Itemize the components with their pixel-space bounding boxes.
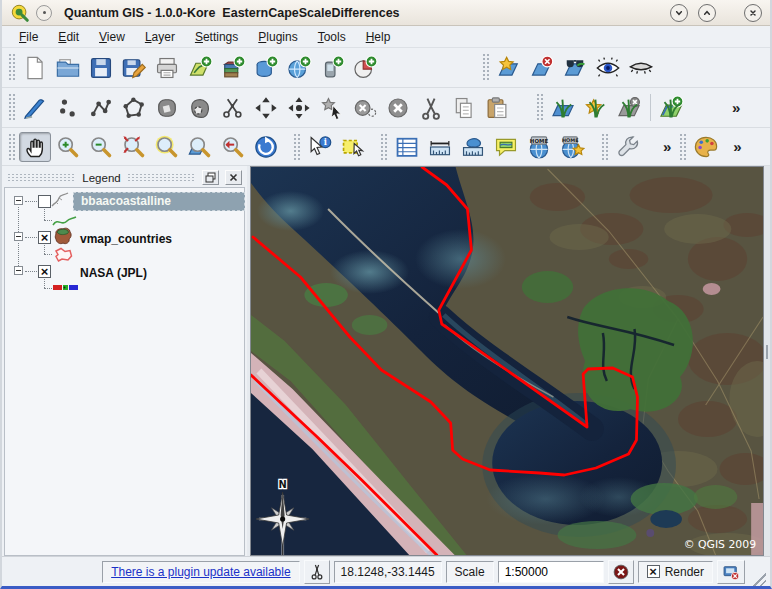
stop-rendering-button[interactable] xyxy=(608,560,634,584)
menu-tools[interactable]: Tools xyxy=(309,28,355,46)
checkbox-vmap-countries[interactable]: × xyxy=(38,231,51,244)
show-bookmarks-button[interactable] xyxy=(523,132,555,162)
legend-header[interactable]: Legend xyxy=(4,168,245,187)
grass-open-mapset-button[interactable] xyxy=(547,93,579,123)
toolbar-handle[interactable] xyxy=(293,133,300,160)
cut-features-button[interactable] xyxy=(415,93,447,123)
menu-settings[interactable]: Settings xyxy=(186,28,247,46)
add-raster-layer-button[interactable] xyxy=(217,53,249,83)
capture-polygon-button[interactable] xyxy=(118,93,150,123)
toolbar-handle[interactable] xyxy=(601,133,608,160)
delete-vertex-button[interactable] xyxy=(316,93,348,123)
menu-plugins[interactable]: Plugins xyxy=(249,28,306,46)
expander-nasa-jpl[interactable] xyxy=(14,266,23,275)
toolbar-handle[interactable] xyxy=(8,133,15,160)
pan-map-button[interactable] xyxy=(19,132,51,162)
add-gps-layer-button[interactable] xyxy=(316,53,348,83)
add-ring-button[interactable] xyxy=(184,93,216,123)
save-project-button[interactable] xyxy=(85,53,117,83)
add-to-overview-button[interactable] xyxy=(559,53,591,83)
zoom-in-button[interactable] xyxy=(52,132,84,162)
window-resize-grip[interactable] xyxy=(751,571,766,586)
expander-vmap-countries[interactable] xyxy=(14,232,23,241)
zoom-to-layer-button[interactable] xyxy=(184,132,216,162)
grass-new-mapset-button[interactable] xyxy=(580,93,612,123)
render-toggle[interactable]: ×Render xyxy=(638,561,713,583)
checkbox-nasa-jpl[interactable]: × xyxy=(38,265,51,278)
symbol-rgb-colorbar[interactable] xyxy=(51,281,81,293)
save-project-as-button[interactable] xyxy=(118,53,150,83)
capture-point-button[interactable] xyxy=(52,93,84,123)
toolbar-extend-button[interactable]: » xyxy=(728,99,744,116)
symbol-red-outline-polygon[interactable] xyxy=(51,246,77,264)
delete-selected-button[interactable] xyxy=(382,93,414,123)
add-postgis-layer-button[interactable] xyxy=(250,53,282,83)
new-vector-layer-button[interactable] xyxy=(493,53,525,83)
zoom-to-selection-button[interactable] xyxy=(151,132,183,162)
move-vertex-button[interactable] xyxy=(250,93,282,123)
toolbar-handle[interactable] xyxy=(8,53,15,82)
select-features-button[interactable] xyxy=(337,132,369,162)
menu-layer[interactable]: Layer xyxy=(136,28,184,46)
toggle-editing-button[interactable] xyxy=(19,93,51,123)
print-composer-button[interactable] xyxy=(151,53,183,83)
add-wfs-layer-button[interactable] xyxy=(349,53,381,83)
node-tool-button[interactable] xyxy=(283,93,315,123)
remove-layer-button[interactable] xyxy=(526,53,558,83)
add-vector-layer-button[interactable] xyxy=(184,53,216,83)
menu-view[interactable]: View xyxy=(90,28,134,46)
show-all-layers-button[interactable] xyxy=(592,53,624,83)
toggle-mouse-position-button[interactable] xyxy=(304,560,330,584)
copy-features-button[interactable] xyxy=(448,93,480,123)
split-features-button[interactable] xyxy=(217,93,249,123)
measure-area-button[interactable] xyxy=(457,132,489,162)
menu-help[interactable]: Help xyxy=(357,28,400,46)
capture-line-button[interactable] xyxy=(85,93,117,123)
projection-status-button[interactable] xyxy=(717,560,745,584)
layer-item-vmap-countries[interactable]: vmap_countries xyxy=(80,232,172,246)
zoom-last-button[interactable] xyxy=(217,132,249,162)
minimize-button[interactable] xyxy=(670,4,688,22)
layer-item-nasa-jpl[interactable]: NASA (JPL) xyxy=(80,266,147,280)
legend-float-button[interactable] xyxy=(202,170,219,185)
toolbar-handle[interactable] xyxy=(679,133,686,160)
paste-features-button[interactable] xyxy=(481,93,513,123)
open-project-button[interactable] xyxy=(52,53,84,83)
options-button[interactable] xyxy=(612,132,644,162)
menu-file[interactable]: File xyxy=(10,28,47,46)
new-bookmark-button[interactable] xyxy=(556,132,588,162)
refresh-map-button[interactable] xyxy=(250,132,282,162)
map-canvas[interactable]: N © QGIS 2009 xyxy=(251,167,763,555)
identify-features-button[interactable] xyxy=(304,132,336,162)
toolbar-handle[interactable] xyxy=(536,93,543,122)
scale-input[interactable] xyxy=(498,561,604,583)
menu-edit[interactable]: Edit xyxy=(49,28,88,46)
toolbar-handle[interactable] xyxy=(482,53,489,82)
delete-part-button[interactable] xyxy=(349,93,381,123)
right-panel-handle[interactable] xyxy=(764,166,770,556)
grass-tools-button[interactable] xyxy=(655,93,687,123)
toolbar-handle[interactable] xyxy=(8,93,15,122)
layer-item-bbaacoastalline[interactable]: bbaacoastalline xyxy=(73,192,245,211)
add-wms-layer-button[interactable] xyxy=(283,53,315,83)
toolbar-extend-button[interactable]: » xyxy=(659,138,675,155)
toolbar-handle[interactable] xyxy=(380,133,387,160)
legend-drag-handle[interactable] xyxy=(127,173,196,182)
map-tips-button[interactable] xyxy=(490,132,522,162)
new-project-button[interactable] xyxy=(19,53,51,83)
plugin-update-link[interactable]: There is a plugin update available xyxy=(111,565,290,579)
move-feature-button[interactable] xyxy=(151,93,183,123)
maximize-button[interactable] xyxy=(698,4,716,22)
window-menu-button[interactable] xyxy=(36,5,52,21)
zoom-full-extent-button[interactable] xyxy=(118,132,150,162)
zoom-out-button[interactable] xyxy=(85,132,117,162)
render-checkbox[interactable]: × xyxy=(647,565,660,578)
toolbar-extend-button[interactable]: » xyxy=(729,138,745,155)
grass-close-mapset-button[interactable] xyxy=(613,93,645,123)
close-button[interactable] xyxy=(744,4,762,22)
hide-all-layers-button[interactable] xyxy=(625,53,657,83)
open-attribute-table-button[interactable] xyxy=(391,132,423,162)
measure-line-button[interactable] xyxy=(424,132,456,162)
decorations-button[interactable] xyxy=(690,132,722,162)
legend-close-button[interactable] xyxy=(225,170,242,185)
